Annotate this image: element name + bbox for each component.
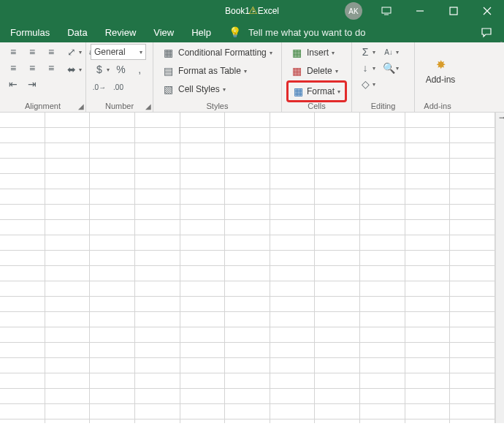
grid-cell[interactable] (225, 205, 270, 220)
grid-cell[interactable] (45, 174, 91, 189)
grid-cell[interactable] (360, 358, 405, 373)
percent-format-button[interactable]: % (112, 61, 130, 77)
grid-cell[interactable] (405, 389, 451, 404)
grid-cell[interactable] (315, 373, 360, 389)
grid-cell[interactable] (405, 281, 451, 297)
grid-cell[interactable] (45, 297, 91, 312)
grid-cell[interactable] (135, 113, 180, 128)
comma-format-button[interactable]: , (131, 61, 148, 77)
grid-cell[interactable] (360, 205, 405, 220)
grid-cell[interactable] (270, 189, 316, 205)
split-pin-icon[interactable]: ⊸ (499, 113, 504, 123)
grid-cell[interactable] (45, 205, 91, 220)
increase-decimal-button[interactable]: .0→ (91, 79, 108, 95)
grid-cell[interactable] (225, 312, 270, 327)
grid-cell[interactable] (90, 128, 135, 143)
grid-cell[interactable] (225, 174, 270, 189)
orientation-button[interactable]: ⤢▾ (63, 44, 83, 60)
grid-cell[interactable] (135, 205, 180, 220)
grid-cell[interactable] (315, 174, 360, 189)
grid-cell[interactable] (450, 389, 495, 404)
conditional-formatting-button[interactable]: ▦ Conditional Formatting ▾ (158, 44, 277, 61)
spreadsheet-grid[interactable] (0, 113, 495, 423)
grid-cell[interactable] (450, 128, 495, 143)
grid-cell[interactable] (315, 235, 360, 251)
grid-cell[interactable] (90, 189, 135, 205)
grid-cell[interactable] (180, 343, 226, 358)
grid-cell[interactable] (0, 312, 45, 327)
grid-cell[interactable] (0, 159, 45, 174)
grid-cell[interactable] (90, 343, 135, 358)
grid-cell[interactable] (0, 358, 45, 373)
grid-cell[interactable] (135, 373, 180, 389)
grid-cell[interactable] (180, 113, 226, 128)
ribbon-options-button[interactable] (370, 0, 403, 22)
grid-cell[interactable] (45, 143, 91, 159)
grid-cell[interactable] (315, 189, 360, 205)
find-select-button[interactable]: 🔍▾ (380, 60, 400, 76)
grid-cell[interactable] (225, 189, 270, 205)
grid-cell[interactable] (135, 312, 180, 327)
grid-cell[interactable] (360, 143, 405, 159)
grid-cell[interactable] (360, 128, 405, 143)
grid-cell[interactable] (360, 404, 405, 419)
grid-cell[interactable] (405, 159, 451, 174)
grid-cell[interactable] (360, 113, 405, 128)
grid-cell[interactable] (315, 312, 360, 327)
grid-cell[interactable] (225, 143, 270, 159)
grid-cell[interactable] (180, 266, 226, 281)
grid-cell[interactable] (225, 128, 270, 143)
grid-cell[interactable] (180, 251, 226, 266)
grid-cell[interactable] (135, 128, 180, 143)
delete-button[interactable]: ▦ Delete ▾ (286, 62, 347, 80)
grid-cell[interactable] (315, 143, 360, 159)
grid-cell[interactable] (450, 312, 495, 327)
tell-me-search[interactable]: 💡 Tell me what you want to do (220, 22, 374, 42)
sort-filter-button[interactable]: A↓▾ (380, 44, 400, 60)
grid-cell[interactable] (225, 251, 270, 266)
grid-cell[interactable] (135, 143, 180, 159)
maximize-button[interactable] (437, 0, 470, 22)
grid-cell[interactable] (405, 266, 451, 281)
grid-cell[interactable] (180, 235, 226, 251)
grid-cell[interactable] (450, 174, 495, 189)
grid-cell[interactable] (405, 205, 451, 220)
accounting-format-button[interactable]: $▾ (91, 61, 111, 77)
grid-cell[interactable] (45, 128, 91, 143)
grid-cell[interactable] (405, 174, 451, 189)
cell-styles-button[interactable]: ▧ Cell Styles ▾ (158, 80, 277, 98)
grid-cell[interactable] (90, 251, 135, 266)
grid-cell[interactable] (135, 235, 180, 251)
grid-cell[interactable] (0, 235, 45, 251)
grid-cell[interactable] (45, 113, 91, 128)
grid-cell[interactable] (0, 174, 45, 189)
grid-cell[interactable] (225, 373, 270, 389)
grid-cell[interactable] (225, 327, 270, 343)
grid-cell[interactable] (450, 358, 495, 373)
grid-cell[interactable] (450, 281, 495, 297)
grid-cell[interactable] (450, 343, 495, 358)
grid-cell[interactable] (315, 281, 360, 297)
grid-cell[interactable] (450, 297, 495, 312)
grid-cell[interactable] (135, 404, 180, 419)
grid-cell[interactable] (90, 266, 135, 281)
number-launcher[interactable]: ◢ (145, 102, 151, 110)
grid-cell[interactable] (315, 266, 360, 281)
grid-cell[interactable] (225, 419, 270, 423)
grid-cell[interactable] (270, 113, 316, 128)
grid-cell[interactable] (0, 189, 45, 205)
align-bottom-button[interactable]: ≡ (42, 44, 60, 60)
decrease-indent-button[interactable]: ⇤ (4, 76, 22, 92)
tab-data[interactable]: Data (58, 22, 96, 42)
grid-cell[interactable] (360, 220, 405, 235)
grid-cell[interactable] (180, 419, 226, 423)
grid-cell[interactable] (405, 220, 451, 235)
grid-cell[interactable] (180, 189, 226, 205)
grid-cell[interactable] (0, 205, 45, 220)
grid-cell[interactable] (0, 251, 45, 266)
grid-cell[interactable] (180, 297, 226, 312)
grid-cell[interactable] (360, 281, 405, 297)
tab-help[interactable]: Help (183, 22, 220, 42)
grid-cell[interactable] (135, 389, 180, 404)
tab-formulas[interactable]: Formulas (3, 22, 58, 42)
